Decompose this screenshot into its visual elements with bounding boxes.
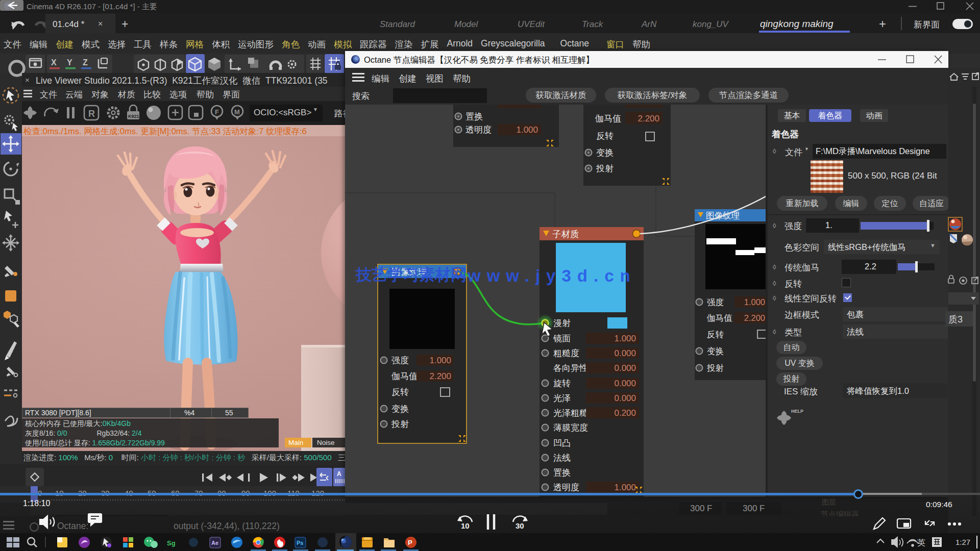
svg-text:1.000: 1.000: [516, 125, 538, 135]
svg-text:Z: Z: [83, 58, 88, 67]
svg-text:变换: 变换: [707, 346, 724, 356]
svg-text:透明度: 透明度: [553, 483, 579, 492]
svg-text:Y: Y: [67, 58, 72, 67]
svg-text:Sg: Sg: [167, 539, 176, 547]
svg-text:置换: 置换: [465, 112, 483, 121]
svg-text:子材质: 子材质: [552, 229, 579, 239]
svg-text:漫射: 漫射: [553, 318, 571, 328]
svg-text:0.000: 0.000: [614, 348, 636, 358]
svg-text:Ps: Ps: [297, 540, 303, 546]
svg-text:变换: 变换: [391, 404, 409, 414]
svg-text:R: R: [88, 109, 95, 119]
svg-text:光泽: 光泽: [553, 393, 571, 403]
svg-text:粗糙度: 粗糙度: [553, 348, 579, 358]
svg-text:法线: 法线: [553, 453, 571, 463]
svg-text:透明度: 透明度: [465, 125, 492, 135]
svg-text:1:27: 1:27: [955, 538, 970, 546]
svg-text:反转: 反转: [391, 387, 409, 397]
svg-text:质3: 质3: [948, 314, 963, 324]
svg-text:HELP: HELP: [791, 409, 803, 414]
svg-text:强度: 强度: [391, 356, 409, 365]
svg-text:P: P: [408, 539, 412, 546]
svg-text:1.000: 1.000: [429, 356, 451, 365]
svg-text:F: F: [215, 108, 219, 116]
svg-text:K921: K921: [128, 114, 139, 119]
svg-text:反转: 反转: [596, 131, 614, 141]
svg-text:M: M: [234, 108, 240, 116]
svg-text:10: 10: [461, 521, 470, 530]
svg-text:变换: 变换: [596, 148, 614, 158]
svg-text:30: 30: [516, 521, 524, 530]
svg-text:0.200: 0.200: [614, 408, 636, 418]
svg-text:伽马值: 伽马值: [391, 371, 418, 381]
svg-text:光泽粗糙.: 光泽粗糙.: [553, 408, 591, 418]
svg-text:强度: 强度: [707, 297, 724, 307]
svg-text:A: A: [337, 470, 341, 478]
svg-text:伽马值: 伽马值: [595, 114, 621, 123]
svg-text:投射: 投射: [596, 164, 614, 173]
svg-text:各向异性: 各向异性: [553, 363, 588, 373]
svg-text:凹凸: 凹凸: [553, 438, 571, 448]
svg-text:伽马值: 伽马值: [706, 313, 732, 322]
svg-text:投射: 投射: [391, 419, 409, 429]
svg-text:反转: 反转: [707, 330, 724, 339]
svg-text:0.000: 0.000: [614, 393, 636, 403]
svg-text:1.000: 1.000: [614, 334, 636, 343]
svg-text:1.000: 1.000: [744, 297, 765, 307]
svg-text:2.200: 2.200: [429, 371, 451, 381]
svg-text:英: 英: [917, 538, 925, 547]
svg-text:置换: 置换: [553, 468, 571, 478]
svg-text:投射: 投射: [706, 363, 724, 372]
svg-text:0.000: 0.000: [614, 363, 636, 373]
svg-text:2.200: 2.200: [638, 114, 659, 123]
svg-text:1.000: 1.000: [614, 483, 636, 492]
svg-text:镜面: 镜面: [553, 334, 571, 343]
svg-text:Ae: Ae: [211, 540, 218, 546]
svg-text:薄膜宽度: 薄膜宽度: [553, 423, 588, 433]
svg-text:0.000: 0.000: [614, 379, 636, 388]
svg-text:X: X: [51, 58, 57, 67]
svg-text:旋转: 旋转: [553, 379, 571, 388]
svg-text:2.200: 2.200: [744, 313, 765, 322]
